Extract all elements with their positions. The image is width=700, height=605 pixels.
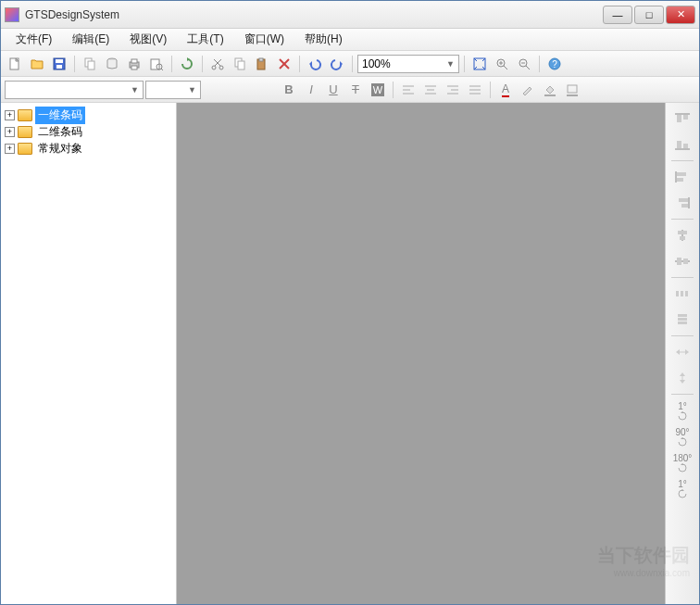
- tree-label: 二维条码: [35, 123, 85, 141]
- delete-button[interactable]: [274, 54, 294, 74]
- align-justify-button[interactable]: [465, 80, 485, 100]
- undo-button[interactable]: [305, 54, 325, 74]
- svg-rect-5: [88, 61, 94, 69]
- align-center-button[interactable]: [420, 80, 441, 100]
- menu-edit[interactable]: 编辑(E): [63, 29, 119, 50]
- folder-icon: [18, 109, 32, 121]
- toolbar-separator: [299, 56, 300, 72]
- fill-color-button[interactable]: [540, 80, 560, 100]
- zoom-combo[interactable]: 100% ▼: [357, 55, 459, 73]
- main-toolbar: 100% ▼ ?: [1, 51, 699, 77]
- folder-icon: [18, 143, 32, 155]
- refresh-button[interactable]: [177, 54, 197, 74]
- cut-button[interactable]: [207, 54, 228, 74]
- underline-button[interactable]: U: [323, 80, 344, 100]
- dropdown-icon: ▼: [446, 59, 455, 69]
- menu-window[interactable]: 窗口(W): [235, 29, 294, 50]
- minimize-button[interactable]: —: [603, 6, 632, 24]
- svg-rect-59: [681, 204, 688, 208]
- print-preview-button[interactable]: [146, 54, 167, 74]
- border-color-button[interactable]: [562, 80, 582, 100]
- svg-rect-66: [676, 291, 679, 296]
- expand-icon[interactable]: +: [5, 144, 15, 154]
- align-left-button[interactable]: [669, 165, 695, 189]
- copy2-button[interactable]: [230, 54, 250, 74]
- svg-rect-8: [131, 59, 137, 63]
- toolbar-separator: [74, 56, 75, 72]
- distribute-vertical-button[interactable]: [669, 308, 695, 332]
- italic-button[interactable]: I: [301, 80, 321, 100]
- tree-label: 一维条码: [35, 107, 85, 124]
- expand-icon[interactable]: +: [5, 110, 15, 120]
- center-vertical-button[interactable]: [669, 249, 695, 273]
- align-right-button[interactable]: [443, 80, 463, 100]
- tree-item-2d-barcode[interactable]: + 二维条码: [3, 123, 174, 140]
- svg-rect-62: [680, 236, 685, 240]
- svg-rect-68: [685, 291, 688, 296]
- highlight-button[interactable]: [518, 80, 538, 100]
- rotate-1b-button[interactable]: 1°: [669, 476, 695, 500]
- new-button[interactable]: [5, 54, 25, 74]
- align-top-button[interactable]: [669, 107, 695, 131]
- svg-rect-49: [677, 115, 681, 122]
- font-color-button[interactable]: A: [495, 80, 516, 100]
- rotate-90-button[interactable]: 90°: [669, 424, 695, 448]
- rotate-1-button[interactable]: 1°: [669, 398, 695, 422]
- close-button[interactable]: ✕: [666, 6, 695, 24]
- menu-help[interactable]: 帮助(H): [295, 29, 352, 50]
- svg-line-16: [214, 59, 220, 66]
- align-left-button[interactable]: [398, 80, 419, 100]
- toolbar-separator: [671, 394, 694, 395]
- svg-rect-3: [56, 65, 62, 69]
- font-size-combo[interactable]: ▼: [145, 81, 201, 99]
- svg-rect-71: [678, 321, 687, 324]
- content-area: + 一维条码 + 二维条码 + 常规对象 1° 90: [1, 103, 699, 605]
- font-family-combo[interactable]: ▼: [5, 81, 144, 99]
- open-button[interactable]: [27, 54, 47, 74]
- svg-line-29: [526, 66, 530, 69]
- database-button[interactable]: [102, 54, 122, 74]
- maximize-button[interactable]: □: [634, 6, 664, 24]
- menu-file[interactable]: 文件(F): [6, 29, 61, 50]
- tree-item-1d-barcode[interactable]: + 一维条码: [3, 107, 174, 123]
- expand-icon[interactable]: +: [5, 127, 15, 137]
- menubar: 文件(F) 编辑(E) 视图(V) 工具(T) 窗口(W) 帮助(H): [1, 29, 699, 51]
- svg-rect-70: [678, 318, 687, 321]
- paste-button[interactable]: [252, 54, 272, 74]
- zoom-in-button[interactable]: [492, 54, 512, 74]
- toolbar-separator: [671, 277, 694, 278]
- menu-tools[interactable]: 工具(T): [178, 29, 232, 50]
- rotate-180-button[interactable]: 180°: [669, 450, 695, 474]
- align-right-button[interactable]: [669, 191, 695, 215]
- strikethrough-button[interactable]: T: [345, 80, 366, 100]
- window-controls: — □ ✕: [603, 6, 695, 24]
- alignment-toolbar: 1° 90° 180° 1°: [666, 103, 699, 605]
- toolbar-separator: [171, 56, 172, 72]
- copy-button[interactable]: [80, 54, 100, 74]
- toolbar-separator: [490, 82, 491, 98]
- rotate-label: 180°: [673, 453, 693, 463]
- center-horizontal-button[interactable]: [669, 223, 695, 247]
- align-bottom-button[interactable]: [669, 132, 695, 157]
- svg-point-14: [219, 66, 223, 69]
- svg-line-15: [215, 59, 221, 66]
- menu-view[interactable]: 视图(V): [120, 29, 176, 50]
- same-height-button[interactable]: [669, 366, 695, 390]
- design-canvas[interactable]: [177, 103, 666, 605]
- bold-button[interactable]: B: [279, 80, 299, 100]
- redo-button[interactable]: [327, 54, 347, 74]
- print-button[interactable]: [124, 54, 144, 74]
- zoom-out-button[interactable]: [514, 54, 534, 74]
- tree-item-general-object[interactable]: + 常规对象: [3, 140, 174, 157]
- toolbar-separator: [202, 56, 203, 72]
- save-button[interactable]: [49, 54, 69, 74]
- format-toolbar: ▼ ▼ B I U T W A: [1, 77, 699, 103]
- help-button[interactable]: ?: [544, 54, 565, 74]
- svg-rect-64: [677, 258, 681, 265]
- rotate-label: 1°: [678, 479, 687, 489]
- word-button[interactable]: W: [368, 80, 388, 100]
- distribute-horizontal-button[interactable]: [669, 282, 695, 306]
- svg-rect-45: [544, 95, 556, 96]
- same-width-button[interactable]: [669, 340, 695, 364]
- fit-screen-button[interactable]: [469, 54, 490, 74]
